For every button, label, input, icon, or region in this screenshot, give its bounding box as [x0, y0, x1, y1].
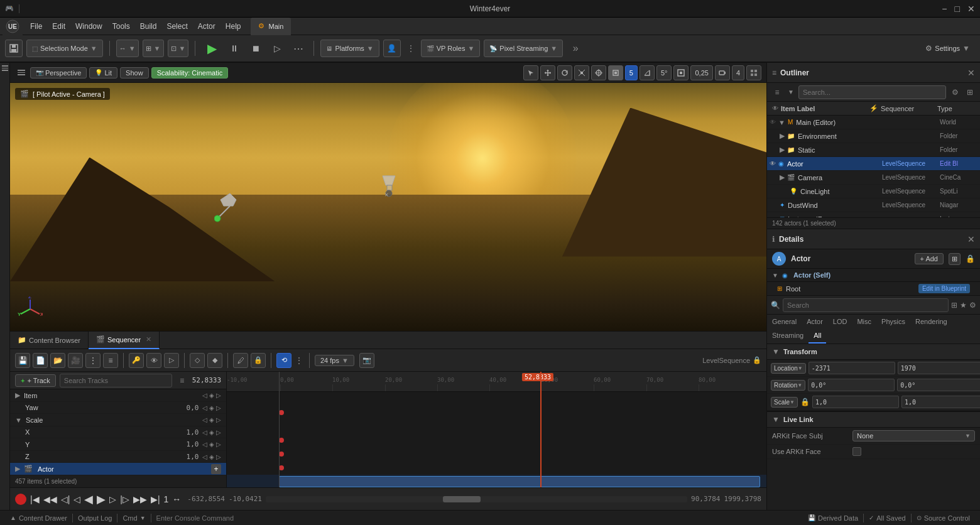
more-btn[interactable]: ⋮ — [405, 40, 417, 57]
seq-more-btn[interactable]: ⋮ — [85, 353, 101, 368]
outliner-item-dustwind[interactable]: ✦ DustWind LevelSequence Niagar — [767, 198, 980, 212]
transform-tool-btn[interactable]: ↔▼ — [116, 40, 139, 57]
seq-filter-tracks-btn[interactable]: ≡ — [176, 374, 188, 387]
rotation-y-input[interactable] — [897, 379, 980, 391]
outliner-grid-btn[interactable]: ⊞ — [964, 86, 976, 99]
camera-count-btn[interactable]: 4 — [732, 65, 744, 80]
prev-key-btn[interactable]: ◁| — [61, 494, 70, 504]
selection-mode-button[interactable]: ⬚ Selection Mode ▼ — [26, 40, 103, 57]
actor-lock-btn[interactable]: 🔒 — [966, 254, 975, 263]
outliner-close-btn[interactable]: ✕ — [967, 68, 975, 78]
extend-btn[interactable]: » — [567, 40, 584, 57]
surface-tool-btn[interactable]: ⊡▼ — [168, 40, 189, 57]
transform-header[interactable]: ▼ Transform — [767, 344, 980, 360]
actor-layout-btn[interactable]: ⊞ — [949, 253, 961, 265]
surface-snap-btn[interactable] — [608, 65, 623, 80]
menu-item-file[interactable]: File — [25, 19, 47, 33]
tab-actor[interactable]: Actor — [802, 315, 828, 328]
seq-loop-btn[interactable]: ⟲ — [276, 353, 291, 368]
details-search-input[interactable] — [783, 298, 949, 312]
seq-snap2-btn[interactable]: ◆ — [207, 353, 222, 368]
step-back-btn[interactable]: ◀◀ — [43, 494, 57, 504]
edit-in-blueprint-btn[interactable]: Edit in Blueprint — [918, 284, 970, 293]
prev-frame-btn[interactable]: ◁ — [74, 494, 80, 504]
timeline-scrollbar[interactable] — [266, 496, 687, 502]
seq-fps-btn[interactable]: 24 fps ▼ — [315, 355, 354, 366]
track-actor[interactable]: ▶ 🎬 Actor + — [10, 463, 226, 475]
seq-keys-btn[interactable]: 🔑 — [129, 353, 144, 368]
tab-streaming[interactable]: Streaming — [767, 328, 808, 344]
play-reverse-btn[interactable]: ◀ — [84, 492, 93, 506]
source-control-btn[interactable]: ⊙ Source Control — [912, 511, 975, 526]
minimize-btn[interactable]: − — [942, 4, 947, 14]
menu-item-tools[interactable]: Tools — [107, 19, 135, 33]
launch-button[interactable]: ▷ — [268, 40, 286, 57]
next-frame-btn[interactable]: ▷ — [109, 494, 116, 504]
outliner-item-instancedf[interactable]: ⊞ InstancedF Instan — [767, 212, 980, 217]
actor-track-add-btn[interactable]: + — [211, 464, 221, 474]
seq-timeline-area[interactable]: -10,00 0,00 10,00 20,00 30,00 40,00 50,0… — [227, 372, 766, 487]
scale-dropdown[interactable]: Scale ▼ — [771, 397, 798, 408]
tab-all[interactable]: All — [808, 328, 826, 344]
content-browser-tab[interactable]: 📁 Content Browser — [10, 332, 89, 349]
sequencer-tab-close[interactable]: ✕ — [146, 335, 151, 344]
more-tools-btn[interactable]: ⋯ — [290, 40, 307, 57]
viewport[interactable]: 📷 Perspective 💡 Lit Show Scalability: Ci… — [10, 63, 766, 331]
pause-button[interactable]: ⏸ — [226, 40, 243, 57]
arkit-face-dropdown[interactable]: None ▼ — [852, 430, 975, 441]
location-y-input[interactable] — [898, 362, 980, 374]
seq-dots-btn[interactable]: ⋮ — [294, 353, 304, 368]
play-forward-btn[interactable]: ▶ — [97, 492, 106, 506]
scale-lock-icon[interactable]: 🔒 — [800, 398, 810, 406]
details-settings-btn[interactable]: ⚙ — [969, 301, 976, 310]
seq-view-btn[interactable]: 👁 — [146, 353, 161, 368]
rotation-dropdown[interactable]: Rotation ▼ — [771, 380, 805, 391]
step-fwd-btn[interactable]: ▶▶ — [133, 494, 147, 504]
seq-anim-btn[interactable]: ▷ — [164, 353, 179, 368]
use-arkit-checkbox[interactable] — [852, 447, 861, 456]
goto-end-btn[interactable]: ▶| — [151, 494, 160, 504]
cmd-dropdown[interactable]: Cmd ▼ — [117, 511, 150, 526]
outliner-item-actor[interactable]: 👁 ◉ Actor LevelSequence Edit Bl — [767, 157, 980, 171]
angle-icon-btn[interactable] — [640, 65, 655, 80]
rotation-x-input[interactable] — [808, 379, 895, 391]
grid-layout-btn[interactable] — [746, 65, 761, 80]
lit-btn[interactable]: 💡 Lit — [89, 67, 117, 78]
live-link-header[interactable]: ▼ Live Link — [767, 411, 980, 428]
scale-icon-btn[interactable] — [574, 65, 589, 80]
hamburger-btn[interactable] — [2, 65, 8, 71]
tab-lod[interactable]: LOD — [828, 315, 852, 328]
outliner-item-environment[interactable]: ▶ 📁 Environment Folder — [767, 129, 980, 143]
outliner-item-cinelight[interactable]: 💡 CineLight LevelSequence SpotLi — [767, 185, 980, 198]
tab-physics[interactable]: Physics — [876, 315, 910, 328]
actor-add-btn[interactable]: + Add — [915, 253, 944, 264]
rotate-icon-btn[interactable] — [557, 65, 572, 80]
menu-item-select[interactable]: Select — [161, 19, 192, 33]
details-star-btn[interactable]: ★ — [960, 301, 967, 310]
menu-item-window[interactable]: Window — [70, 19, 107, 33]
snap-tool-btn[interactable]: ⊞▼ — [143, 40, 164, 57]
loop-range-btn[interactable]: ↔ — [172, 494, 181, 504]
close-btn[interactable]: ✕ — [967, 4, 975, 14]
menu-item-help[interactable]: Help — [220, 19, 246, 33]
save-button[interactable] — [5, 40, 23, 57]
outliner-expand-btn[interactable]: ▼ — [786, 87, 796, 97]
show-btn[interactable]: Show — [120, 67, 149, 78]
scale-y-input[interactable] — [901, 396, 980, 408]
outliner-settings-btn[interactable]: ⚙ — [949, 86, 961, 99]
tab-rendering[interactable]: Rendering — [910, 315, 952, 328]
tab-misc[interactable]: Misc — [852, 315, 876, 328]
scale-icon-btn2[interactable] — [673, 65, 689, 80]
frame-count-btn[interactable]: 1 — [164, 494, 169, 504]
track-search-input[interactable] — [60, 374, 172, 387]
outliner-filter-btn[interactable]: ≡ — [771, 86, 783, 99]
seq-mark-btn[interactable]: 🖊 — [233, 353, 248, 368]
goto-start-btn[interactable]: |◀ — [30, 494, 40, 504]
seq-key-btn[interactable]: 🔒 — [251, 353, 266, 368]
grid-val-btn[interactable]: 5 — [625, 65, 638, 80]
seq-folder-btn[interactable]: 📂 — [50, 353, 65, 368]
scale-x-input[interactable] — [812, 396, 899, 408]
live-coding-btn[interactable]: 👤 — [383, 40, 401, 57]
content-drawer-btn[interactable]: ▲ Content Drawer — [5, 511, 72, 526]
outliner-search-input[interactable] — [798, 85, 946, 99]
